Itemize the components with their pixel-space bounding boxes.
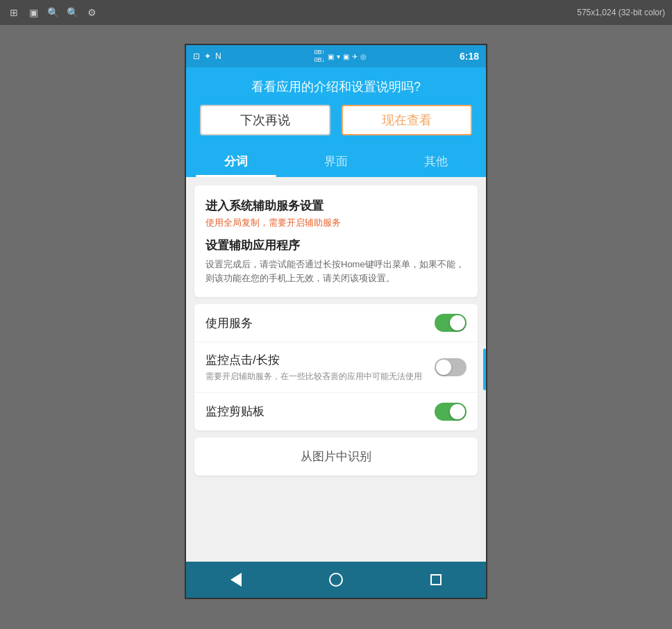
toggle-clipboard-label: 监控剪贴板 bbox=[205, 403, 435, 419]
main-content: 进入系统辅助服务设置 使用全局复制，需要开启辅助服务 设置辅助应用程序 设置完成… bbox=[186, 177, 486, 562]
airplane-icon: ✈ bbox=[352, 53, 358, 60]
card2-desc: 设置完成后，请尝试能否通过长按Home键呼出菜单，如果不能，则该功能在您的手机上… bbox=[205, 258, 467, 285]
home-icon bbox=[329, 573, 343, 587]
nav-home-button[interactable] bbox=[322, 566, 350, 594]
scroll-indicator bbox=[483, 349, 486, 390]
nav-recent-button[interactable] bbox=[422, 566, 450, 594]
btn-now[interactable]: 现在查看 bbox=[342, 105, 472, 135]
card-accessibility: 进入系统辅助服务设置 使用全局复制，需要开启辅助服务 设置辅助应用程序 设置完成… bbox=[194, 185, 478, 297]
toggle-clipboard-thumb bbox=[450, 404, 465, 419]
toggle-service[interactable] bbox=[435, 314, 467, 332]
clock-icon: ◎ bbox=[360, 53, 367, 60]
toggle-card: 使用服务 监控点击/长按 需要开启辅助服务，在一些比较吝啬的应用中可能无法使用 bbox=[194, 304, 478, 430]
status-time: 6:18 bbox=[460, 51, 479, 62]
tab-fenci[interactable]: 分词 bbox=[186, 145, 286, 177]
toggle-row-click: 监控点击/长按 需要开启辅助服务，在一些比较吝啬的应用中可能无法使用 bbox=[194, 342, 478, 393]
clipboard-icon: ⊡ bbox=[193, 51, 200, 61]
toggle-click-desc: 需要开启辅助服务，在一些比较吝啬的应用中可能无法使用 bbox=[205, 371, 435, 383]
toolbar-icon-2[interactable]: ▣ bbox=[26, 6, 40, 19]
toggle-service-thumb bbox=[450, 315, 465, 330]
nav-icon: N bbox=[215, 51, 221, 61]
tab-jiemian[interactable]: 界面 bbox=[286, 145, 386, 177]
tab-bar: 分词 界面 其他 bbox=[186, 145, 486, 177]
recent-icon bbox=[430, 574, 442, 585]
toolbar-icon-zoom-out[interactable]: 🔍 bbox=[65, 6, 79, 19]
app-header: 看看应用的介绍和设置说明吗? 下次再说 现在查看 bbox=[186, 67, 486, 145]
phone-container: ⊡ ✦ N 0B↑0B↓ ▣ ▾ ▣ ✈ ◎ 6:18 看看应用的介绍和设置说明… bbox=[185, 44, 487, 599]
card1-title: 进入系统辅助服务设置 bbox=[205, 198, 467, 214]
cast-icon: ▣ bbox=[328, 53, 334, 60]
toggle-row-clipboard: 监控剪贴板 bbox=[194, 393, 478, 430]
toggle-click[interactable] bbox=[435, 358, 467, 376]
top-toolbar: ⊞ ▣ 🔍 🔍 ⚙ 575x1,024 (32-bit color) bbox=[0, 0, 672, 25]
toggle-service-left: 使用服务 bbox=[205, 315, 435, 331]
btn-later[interactable]: 下次再说 bbox=[200, 105, 330, 135]
toggle-row-service: 使用服务 bbox=[194, 304, 478, 342]
card2-title: 设置辅助应用程序 bbox=[205, 237, 467, 253]
wifi-icon: ▾ bbox=[337, 53, 340, 60]
toggle-click-label: 监控点击/长按 bbox=[205, 352, 435, 368]
toggle-clipboard[interactable] bbox=[435, 403, 467, 421]
header-title: 看看应用的介绍和设置说明吗? bbox=[200, 78, 472, 95]
back-icon bbox=[230, 573, 242, 587]
sync-icon: ✦ bbox=[204, 51, 211, 61]
toggle-click-left: 监控点击/长按 需要开启辅助服务，在一些比较吝啬的应用中可能无法使用 bbox=[205, 352, 435, 383]
card1-subtitle: 使用全局复制，需要开启辅助服务 bbox=[205, 217, 467, 229]
toolbar-icon-zoom-in[interactable]: 🔍 bbox=[46, 6, 60, 19]
toolbar-icon-1[interactable]: ⊞ bbox=[7, 6, 21, 19]
toolbar-resolution: 575x1,024 (32-bit color) bbox=[577, 8, 665, 17]
toggle-click-thumb bbox=[436, 360, 451, 375]
toolbar-left: ⊞ ▣ 🔍 🔍 ⚙ bbox=[7, 6, 99, 19]
image-recognition-label: 从图片中识别 bbox=[301, 450, 371, 463]
image-recognition-row[interactable]: 从图片中识别 bbox=[194, 437, 478, 476]
signal-icon: ▣ bbox=[343, 53, 349, 60]
data-counter: 0B↑0B↓ bbox=[314, 49, 326, 64]
toolbar-icon-settings[interactable]: ⚙ bbox=[85, 6, 99, 19]
header-buttons: 下次再说 现在查看 bbox=[200, 105, 472, 135]
toggle-clipboard-left: 监控剪贴板 bbox=[205, 403, 435, 419]
nav-back-button[interactable] bbox=[222, 566, 250, 594]
status-left-icons: ⊡ ✦ N bbox=[193, 51, 221, 61]
status-bar: ⊡ ✦ N 0B↑0B↓ ▣ ▾ ▣ ✈ ◎ 6:18 bbox=[186, 45, 486, 67]
status-mid-icons: 0B↑0B↓ ▣ ▾ ▣ ✈ ◎ bbox=[314, 49, 367, 64]
tab-qita[interactable]: 其他 bbox=[386, 145, 486, 177]
toggle-service-label: 使用服务 bbox=[205, 315, 435, 331]
nav-bar bbox=[186, 562, 486, 598]
